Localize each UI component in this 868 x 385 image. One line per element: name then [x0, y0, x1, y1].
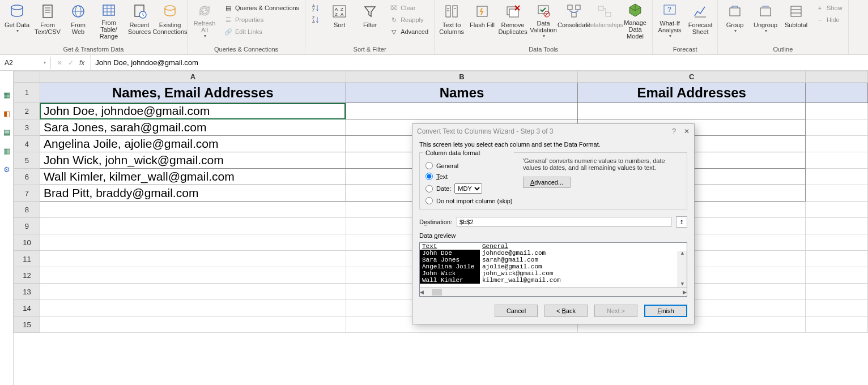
name-box[interactable]: A2: [0, 57, 51, 69]
cell[interactable]: Angelina Joile, ajolie@gmail.com: [40, 136, 346, 152]
cell[interactable]: [40, 267, 346, 284]
show-detail-button[interactable]: +Show: [812, 2, 846, 14]
preview-col-header[interactable]: General: [480, 243, 687, 250]
recent-sources-button[interactable]: Recent Sources: [125, 1, 154, 40]
row-header[interactable]: 8: [14, 202, 40, 218]
column-header[interactable]: [806, 71, 868, 83]
row-header[interactable]: 15: [14, 316, 40, 333]
radio-text-label[interactable]: Text: [436, 173, 448, 180]
row-header[interactable]: 10: [14, 234, 40, 251]
cell[interactable]: [806, 234, 868, 251]
manage-data-model-button[interactable]: Manage Data Model: [620, 1, 650, 40]
what-if-analysis-button[interactable]: ?What-If Analysis: [655, 1, 684, 40]
row-header[interactable]: 4: [14, 136, 40, 152]
group-button[interactable]: Group: [720, 1, 750, 40]
header-cell[interactable]: Names, Email Addresses: [40, 83, 346, 103]
cancel-icon[interactable]: ✕: [57, 59, 62, 67]
data-validation-button[interactable]: Data Validation: [529, 1, 558, 40]
text-to-columns-button[interactable]: Text to Columns: [437, 1, 466, 40]
row-header[interactable]: 2: [14, 103, 40, 119]
row-header[interactable]: 7: [14, 185, 40, 202]
consolidate-button[interactable]: Consolidate: [559, 1, 589, 40]
cell[interactable]: [346, 103, 578, 119]
advanced-button[interactable]: Advanced...: [523, 177, 571, 188]
preview-scrollbar-horizontal[interactable]: ◀▶: [420, 287, 687, 296]
radio-skip[interactable]: [426, 197, 433, 204]
radio-general[interactable]: [426, 162, 433, 169]
gutter-icon[interactable]: ▥: [3, 147, 10, 155]
cell[interactable]: [806, 251, 868, 267]
filter-button[interactable]: Filter: [355, 1, 385, 40]
gutter-icon[interactable]: ⚙: [3, 165, 10, 174]
advanced-filter-button[interactable]: ▽Advanced: [386, 26, 432, 37]
finish-button[interactable]: Finish: [644, 305, 687, 317]
cell[interactable]: Brad Pitt, braddy@gmail.com: [40, 185, 346, 202]
ungroup-button[interactable]: Ungroup: [751, 1, 780, 40]
from-table-range-button[interactable]: From Table/ Range: [94, 1, 124, 40]
destination-input[interactable]: [457, 217, 671, 227]
cell[interactable]: [40, 218, 346, 234]
cell[interactable]: [806, 103, 868, 119]
preview-scrollbar-vertical[interactable]: ▲▼: [678, 251, 687, 287]
cell[interactable]: [806, 300, 868, 316]
cell[interactable]: [40, 234, 346, 251]
subtotal-button[interactable]: Subtotal: [781, 1, 811, 40]
radio-date-label[interactable]: Date:: [436, 185, 451, 192]
row-header[interactable]: 3: [14, 119, 40, 136]
column-header[interactable]: A: [40, 71, 346, 83]
date-format-select[interactable]: MDY: [454, 183, 482, 194]
header-cell[interactable]: Email Addresses: [578, 83, 806, 103]
reapply-button[interactable]: ↻Reapply: [386, 14, 432, 25]
collapse-dialog-icon[interactable]: ↥: [676, 216, 687, 228]
cell[interactable]: [806, 83, 868, 103]
cell[interactable]: John Wick, john_wick@gmail.com: [40, 152, 346, 169]
cancel-button[interactable]: Cancel: [495, 305, 538, 317]
radio-text[interactable]: [426, 173, 433, 180]
fx-icon[interactable]: fx: [79, 59, 84, 67]
cell[interactable]: [40, 284, 346, 300]
help-icon[interactable]: ?: [672, 127, 676, 135]
cell[interactable]: [806, 136, 868, 152]
edit-links-button[interactable]: 🔗Edit Links: [220, 26, 303, 37]
select-all-corner[interactable]: [14, 71, 40, 83]
queries-connections-button[interactable]: ▤Queries & Connections: [220, 2, 303, 14]
sort-az-button[interactable]: AZ: [308, 2, 324, 14]
remove-duplicates-button[interactable]: Remove Duplicates: [498, 1, 527, 40]
row-header[interactable]: 12: [14, 267, 40, 284]
close-icon[interactable]: ✕: [684, 127, 690, 135]
cell[interactable]: John Doe, johndoe@gmail.com: [40, 103, 346, 119]
from-web-button[interactable]: From Web: [63, 1, 93, 40]
refresh-all-button[interactable]: Refresh All: [190, 1, 219, 40]
cell[interactable]: [806, 119, 868, 136]
row-header[interactable]: 6: [14, 169, 40, 185]
sort-za-button[interactable]: ZA: [308, 14, 324, 25]
column-header[interactable]: C: [578, 71, 806, 83]
flash-fill-button[interactable]: Flash Fill: [467, 1, 497, 40]
relationships-button[interactable]: Relationships: [590, 1, 619, 40]
cell[interactable]: Wall Kimler, kilmer_wall@gmail.com: [40, 169, 346, 185]
clear-button[interactable]: ⌧Clear: [386, 2, 432, 14]
cell[interactable]: [806, 284, 868, 300]
row-header[interactable]: 11: [14, 251, 40, 267]
cell[interactable]: [40, 202, 346, 218]
cell[interactable]: [40, 251, 346, 267]
get-data-button[interactable]: Get Data: [2, 1, 32, 40]
forecast-sheet-button[interactable]: Forecast Sheet: [686, 1, 715, 40]
radio-date[interactable]: [426, 185, 433, 192]
gutter-icon[interactable]: ▦: [3, 91, 10, 99]
cell[interactable]: [40, 300, 346, 316]
cell[interactable]: [806, 185, 868, 202]
radio-skip-label[interactable]: Do not import column (skip): [436, 198, 513, 204]
back-button[interactable]: < Back: [544, 305, 588, 317]
cell[interactable]: [806, 316, 868, 333]
enter-icon[interactable]: ✓: [68, 59, 74, 67]
header-cell[interactable]: Names: [346, 83, 578, 103]
from-text-csv-button[interactable]: From Text/CSV: [33, 1, 62, 40]
column-header[interactable]: B: [346, 71, 578, 83]
cell[interactable]: [806, 169, 868, 185]
row-header[interactable]: 1: [14, 83, 40, 103]
sort-button[interactable]: AZZASort: [325, 1, 354, 40]
preview-col-header[interactable]: Text: [420, 243, 480, 250]
cell[interactable]: [40, 316, 346, 333]
existing-connections-button[interactable]: Existing Connections: [155, 1, 185, 40]
